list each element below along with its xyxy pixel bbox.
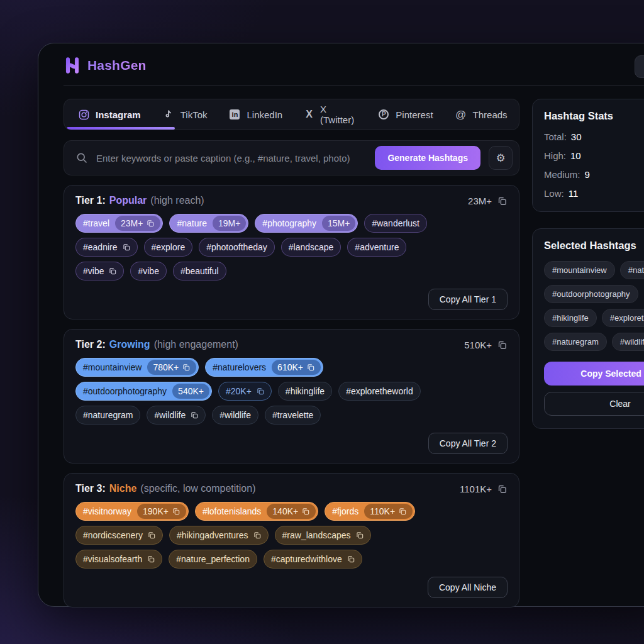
tab-label: X (Twitter) — [320, 104, 356, 125]
hashtag-pill[interactable]: #nature19M+ — [169, 214, 248, 233]
stat-high: High: 10 — [544, 150, 644, 161]
copy-icon[interactable] — [301, 507, 310, 516]
selected-hashtag-pill[interactable]: #mountainview — [544, 261, 615, 279]
selected-hashtag-pill[interactable]: #exploretheworld — [602, 309, 644, 327]
search-bar: Generate Hashtags ⚙ — [64, 140, 519, 175]
hashtag-pill[interactable]: #fjords110K+ — [325, 502, 415, 521]
hashtag-pill[interactable]: #vibe — [130, 262, 166, 280]
copy-icon[interactable] — [190, 411, 199, 419]
hashtag-pill[interactable]: #travelette — [265, 406, 321, 425]
copy-icon[interactable] — [398, 507, 407, 516]
copy-icon[interactable] — [497, 196, 508, 206]
hashtag-pill[interactable]: #naturegram — [75, 406, 140, 425]
copy-icon[interactable] — [347, 555, 355, 564]
selected-row: #hikinglife#exploretheworld — [544, 309, 644, 327]
clear-button[interactable]: Clear — [544, 392, 644, 416]
hashtag-pill[interactable]: #photography15M+ — [255, 214, 358, 233]
hashtag-pill[interactable]: #beautiful — [173, 262, 226, 280]
hashtag-pill[interactable]: #landscape — [281, 238, 341, 257]
reach-count: 190K+ — [137, 504, 186, 519]
hashtag-pill[interactable]: #photooftheday — [199, 238, 275, 257]
hashtag-pill[interactable]: #explore — [144, 238, 193, 257]
tier3-total-reach: 1101K+ — [460, 484, 508, 494]
hashtag-label: #eadnire — [76, 243, 125, 252]
tab-xtwitter[interactable]: XX (Twitter) — [293, 99, 367, 130]
copy-icon[interactable] — [253, 531, 262, 540]
hashtag-pill[interactable]: #exploretheworld — [338, 382, 421, 401]
copy-icon[interactable] — [147, 531, 156, 540]
generate-hashtags-button[interactable]: Generate Hashtags — [375, 146, 480, 170]
app-title: HashGen — [87, 58, 147, 73]
tab-label: Threads — [473, 109, 508, 120]
tab-linkedin[interactable]: inLinkedIn — [218, 99, 293, 130]
tier1-header: Tier 1: Popular (high reach) 23M+ — [75, 195, 508, 206]
hashtag-pill[interactable]: #nordicscenery — [75, 526, 163, 545]
keywords-input[interactable] — [96, 153, 367, 164]
copy-icon[interactable] — [122, 243, 131, 252]
hashtag-pill[interactable]: #lofotenislands140K+ — [195, 502, 318, 521]
hashtag-pill[interactable]: #nature_perfection — [169, 550, 257, 569]
hashtag-pill[interactable]: #visitnorway190K+ — [75, 502, 189, 521]
hashtag-pill[interactable]: #wildlife — [212, 406, 258, 425]
hashtag-label: #wanderlust — [365, 219, 426, 228]
tab-instagram[interactable]: Instagram — [67, 99, 152, 130]
header-action-button[interactable]: S — [635, 55, 644, 78]
copy-icon[interactable] — [108, 267, 117, 275]
hashtag-pill[interactable]: #mountainview780K+ — [75, 358, 199, 377]
copy-icon[interactable] — [147, 555, 155, 564]
copy-all-tier1-button[interactable]: Copy All Tier 1 — [428, 289, 508, 310]
copy-icon[interactable] — [256, 387, 265, 396]
copy-icon[interactable] — [497, 484, 508, 494]
hashtag-pill[interactable]: #hikinglife — [278, 382, 332, 401]
hashtag-pill[interactable]: #travel23M+ — [75, 214, 163, 233]
hashtag-stats-panel: Hashtag Stats Total: 30 High: 10 Medium:… — [532, 99, 644, 212]
hashtag-pill[interactable]: #20K+ — [218, 382, 272, 401]
reach-count: 780K+ — [147, 360, 196, 375]
pinterest-icon: P — [377, 108, 390, 121]
hashtag-pill[interactable]: #outdoorphotography540K+ — [75, 382, 212, 401]
copy-icon[interactable] — [306, 363, 315, 372]
tier2-total-reach: 510K+ — [464, 340, 508, 350]
hashtag-pill[interactable]: #wildlife — [147, 406, 206, 425]
hashtag-label: #mountainview — [76, 363, 148, 372]
tab-tiktok[interactable]: TikTok — [152, 99, 218, 130]
gear-icon[interactable]: ⚙ — [489, 146, 513, 170]
reach-count: 15M+ — [322, 216, 355, 231]
hashtag-pill[interactable]: #hikingadventures — [169, 526, 269, 545]
copy-icon[interactable] — [146, 219, 155, 228]
main-content: InstagramTikTokinLinkedInXX (Twitter)PPi… — [38, 86, 644, 608]
tab-pinterest[interactable]: PPinterest — [367, 99, 443, 130]
hashtag-label: #vibe — [76, 267, 111, 275]
selected-hashtag-pill[interactable]: #naturelovers — [620, 261, 644, 279]
selected-hashtag-pill[interactable]: #naturegram — [544, 333, 607, 351]
selected-hashtag-pill[interactable]: #wildlife — [612, 333, 644, 351]
copy-icon[interactable] — [182, 363, 191, 372]
selected-hashtag-list: #mountainview#naturelovers#outdoorphotog… — [544, 261, 644, 351]
hashtag-label: #beautiful — [174, 267, 226, 275]
copy-all-niche-button[interactable]: Copy All Niche — [428, 577, 508, 598]
selected-hashtag-pill[interactable]: #outdoorphotography — [544, 285, 638, 303]
hashtag-pill[interactable]: #eadnire — [75, 238, 138, 257]
hashtag-row: #travel23M+#nature19M+#photography15M+#w… — [75, 214, 508, 233]
hashtag-row: #outdoorphotography540K+#20K+#hikinglife… — [75, 382, 508, 401]
tiktok-icon — [162, 108, 175, 121]
app-header: HashGen S — [38, 43, 644, 85]
hashtag-label: #exploretheworld — [339, 387, 420, 396]
copy-selected-button[interactable]: Copy Selected (30) — [544, 362, 644, 386]
hashtag-pill[interactable]: #visualsofearth — [75, 550, 162, 569]
hashtag-pill[interactable]: #adventure — [347, 238, 406, 257]
linkedin-icon: in — [228, 108, 241, 121]
copy-icon[interactable] — [497, 340, 508, 350]
hashtag-label: #lofotenislands — [196, 507, 268, 516]
copy-icon[interactable] — [172, 507, 180, 516]
copy-all-tier2-button[interactable]: Copy All Tier 2 — [428, 433, 508, 454]
stats-title: Hashtag Stats — [544, 110, 644, 122]
hashtag-pill[interactable]: #capturedwithlove — [264, 550, 362, 569]
hashtag-pill[interactable]: #naturelovers610K+ — [205, 358, 323, 377]
hashtag-pill[interactable]: #raw_landscapes — [275, 526, 371, 545]
hashtag-pill[interactable]: #wanderlust — [364, 214, 427, 233]
hashtag-pill[interactable]: #vibe — [75, 262, 124, 280]
selected-hashtag-pill[interactable]: #hikinglife — [544, 309, 597, 327]
copy-icon[interactable] — [355, 531, 364, 540]
tab-threads[interactable]: @Threads — [444, 99, 518, 130]
